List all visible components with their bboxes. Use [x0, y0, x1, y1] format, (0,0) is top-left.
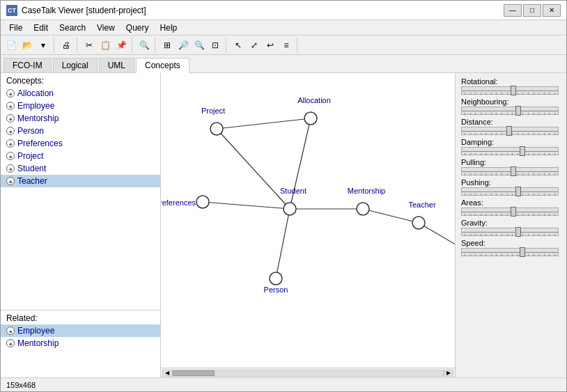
scrollbar-track[interactable]: [172, 370, 444, 377]
window-title: CaseTalk Viewer [student-project]: [22, 6, 146, 15]
more-button[interactable]: ≡: [279, 38, 294, 53]
slider-line-8: [462, 252, 558, 253]
slider-track-1[interactable]: [461, 107, 559, 115]
node-circle-Student: [284, 203, 296, 215]
concepts-label: Concepts:: [1, 73, 160, 87]
slider-line-0: [462, 91, 558, 91]
node-label-Person: Person: [264, 285, 288, 294]
related-icon: [6, 339, 15, 347]
slider-thumb-0[interactable]: [511, 86, 516, 95]
toolbar-group-2: 🖨: [59, 38, 77, 53]
concept-icon: [6, 89, 15, 97]
list-item-preferences[interactable]: Preferences: [1, 137, 160, 150]
list-item-teacher[interactable]: Teacher: [1, 175, 160, 187]
slider-group-3: Damping:: [461, 138, 561, 155]
slider-line-7: [462, 232, 558, 233]
list-item-student[interactable]: Student: [1, 162, 160, 175]
scroll-left-arrow[interactable]: ◀: [162, 370, 172, 377]
node-circle-Teacher: [412, 217, 425, 229]
slider-thumb-8[interactable]: [520, 247, 525, 257]
list-item-employee[interactable]: Employee: [1, 100, 160, 112]
slider-thumb-1[interactable]: [515, 106, 521, 116]
slider-thumb-6[interactable]: [511, 207, 516, 217]
menu-help[interactable]: Help: [155, 22, 183, 34]
find-button[interactable]: 🔍: [137, 38, 152, 53]
list-item-mentorship[interactable]: Mentorship: [1, 112, 160, 125]
slider-track-6[interactable]: [461, 207, 559, 216]
zoom-out-button[interactable]: 🔍: [192, 38, 207, 53]
main-content: Concepts: Allocation Employee Mentorship: [1, 73, 566, 377]
graph-area[interactable]: ProjectAllocationPreferencesStudentMento…: [161, 73, 455, 368]
slider-track-0[interactable]: [461, 86, 559, 95]
slider-thumb-3[interactable]: [520, 146, 525, 156]
menu-file[interactable]: File: [3, 22, 28, 34]
zoom-fit-button[interactable]: ⊡: [208, 38, 223, 53]
zoom-in-button[interactable]: 🔎: [176, 38, 191, 53]
slider-track-2[interactable]: [461, 127, 559, 135]
slider-track-4[interactable]: [461, 167, 559, 175]
dropdown-button[interactable]: ▾: [36, 38, 51, 53]
horizontal-scrollbar[interactable]: ◀ ▶: [161, 368, 455, 377]
left-panel: Concepts: Allocation Employee Mentorship: [1, 73, 161, 377]
slider-track-8[interactable]: [461, 248, 559, 256]
right-panel: Rotational:Neighbouring:Distance:Damping…: [455, 73, 566, 377]
toolbar-group-3: ✂ 📋 📌: [81, 38, 132, 53]
concept-icon: [6, 139, 15, 148]
slider-thumb-2[interactable]: [506, 126, 512, 136]
cut-button[interactable]: ✂: [81, 38, 97, 53]
copy-button[interactable]: 📋: [98, 38, 113, 53]
maximize-button[interactable]: □: [523, 4, 541, 17]
related-label: Related:: [1, 311, 160, 324]
tab-fco-im[interactable]: FCO-IM: [3, 58, 52, 72]
close-button[interactable]: ✕: [543, 4, 561, 17]
slider-label-1: Neighbouring:: [461, 97, 561, 106]
related-item-mentorship[interactable]: Mentorship: [1, 337, 160, 350]
menu-search[interactable]: Search: [54, 22, 91, 34]
list-item-allocation[interactable]: Allocation: [1, 87, 160, 100]
connect-button[interactable]: ⤢: [247, 38, 262, 53]
slider-line-1: [462, 111, 558, 111]
scrollbar-thumb[interactable]: [173, 370, 215, 376]
paste-button[interactable]: 📌: [114, 38, 129, 53]
tab-bar: FCO-IM Logical UML Concepts: [1, 55, 566, 73]
slider-thumb-5[interactable]: [515, 187, 521, 196]
slider-line-6: [462, 212, 558, 212]
tab-uml[interactable]: UML: [99, 58, 134, 72]
slider-thumb-4[interactable]: [511, 166, 516, 176]
slider-label-4: Pulling:: [461, 158, 561, 166]
status-bar: 159x468: [1, 377, 566, 391]
list-item-project[interactable]: Project: [1, 150, 160, 162]
print-button[interactable]: 🖨: [59, 38, 74, 53]
select-button[interactable]: ↖: [231, 38, 246, 53]
open-button[interactable]: 📂: [20, 38, 35, 53]
slider-track-7[interactable]: [461, 228, 559, 236]
slider-track-5[interactable]: [461, 187, 559, 196]
concept-icon: [6, 152, 15, 160]
slider-ticks-4: [465, 173, 555, 175]
new-button[interactable]: 📄: [3, 38, 19, 53]
menu-edit[interactable]: Edit: [28, 22, 54, 34]
graph-edge-Student-Person: [276, 209, 290, 279]
tab-concepts[interactable]: Concepts: [136, 58, 189, 73]
slider-label-0: Rotational:: [461, 77, 561, 86]
related-item-employee[interactable]: Employee: [1, 324, 160, 337]
grid-button[interactable]: ⊞: [160, 38, 175, 53]
node-label-Student: Student: [280, 187, 306, 195]
main-window: CT CaseTalk Viewer [student-project] — □…: [0, 0, 567, 392]
concepts-section: Concepts: Allocation Employee Mentorship: [1, 73, 160, 187]
slider-thumb-7[interactable]: [515, 227, 521, 237]
related-section: Related: Employee Mentorship: [1, 310, 160, 377]
menu-query[interactable]: Query: [121, 22, 155, 34]
scroll-right-arrow[interactable]: ▶: [444, 370, 453, 377]
menu-bar: File Edit Search View Query Help: [1, 20, 566, 36]
menu-view[interactable]: View: [91, 22, 121, 34]
slider-label-3: Damping:: [461, 138, 561, 146]
slider-track-3[interactable]: [461, 147, 559, 155]
minimize-button[interactable]: —: [504, 4, 522, 17]
slider-label-6: Areas:: [461, 198, 561, 207]
list-item-person[interactable]: Person: [1, 125, 160, 137]
arrow-button[interactable]: ↩: [263, 38, 278, 53]
tab-logical[interactable]: Logical: [53, 58, 98, 72]
slider-group-8: Speed:: [461, 239, 561, 256]
related-list: Employee Mentorship: [1, 324, 160, 350]
